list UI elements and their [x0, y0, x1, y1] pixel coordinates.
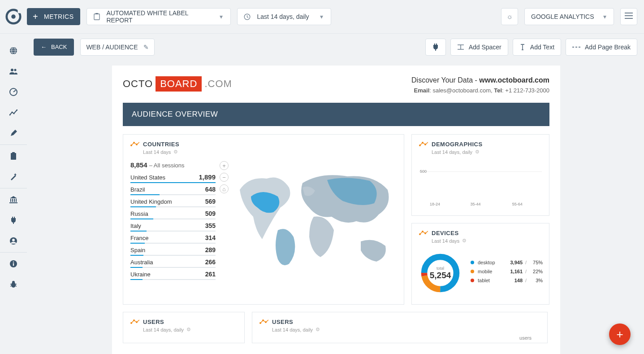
world-map[interactable]: [231, 161, 397, 281]
sidebar-item-people[interactable]: [0, 61, 27, 82]
report-name: AUTOMATED WHITE LABEL REPORT: [102, 9, 217, 24]
country-name: United States: [130, 174, 165, 181]
zoom-out-button[interactable]: −: [220, 173, 229, 182]
plug-icon: [432, 44, 439, 51]
card-period: Last 14 days⚙: [143, 149, 179, 155]
map-home-button[interactable]: ⌂: [220, 184, 229, 193]
users-legend-label: users: [519, 335, 532, 341]
add-page-break-label: Add Page Break: [585, 44, 631, 51]
country-name: Australia: [130, 259, 153, 266]
sidebar-item-plug[interactable]: [0, 210, 27, 231]
sidebar-separator: [0, 144, 27, 145]
card-period: Last 14 days⚙: [432, 238, 467, 244]
report-select[interactable]: AUTOMATED WHITE LABEL REPORT ▾: [86, 8, 231, 25]
device-legend-row: desktop3,945/75%: [471, 260, 543, 265]
gear-icon[interactable]: ⚙: [462, 238, 467, 244]
country-row[interactable]: Brazil648: [130, 186, 216, 195]
back-label: BACK: [51, 44, 67, 50]
devices-legend: desktop3,945/75%mobile1,161/22%tablet148…: [471, 260, 543, 287]
sidebar-item-globe[interactable]: [0, 40, 27, 61]
device-pct: 3%: [529, 278, 543, 283]
device-value: 148: [505, 278, 523, 283]
card-period: Last 14 days, daily⚙: [272, 327, 320, 332]
section-title: AUDIENCE OVERVIEW: [123, 103, 549, 126]
clock-icon: [242, 13, 253, 20]
svg-point-1: [11, 14, 16, 19]
devices-card[interactable]: DEVICES Last 14 days⚙: [411, 223, 549, 305]
add-spacer-button[interactable]: Add Spacer: [450, 39, 508, 56]
add-widget-fab[interactable]: +: [609, 323, 631, 345]
app-logo[interactable]: [0, 0, 27, 33]
menu-button[interactable]: [620, 8, 637, 25]
country-row[interactable]: France314: [130, 234, 216, 244]
top-bar: + METRICS AUTOMATED WHITE LABEL REPORT ▾…: [0, 0, 644, 33]
sidebar-item-line-chart[interactable]: [0, 102, 27, 123]
add-page-break-button[interactable]: Add Page Break: [566, 39, 637, 56]
sidebar-item-edit[interactable]: [0, 123, 27, 144]
sidebar-item-bank[interactable]: [0, 189, 27, 210]
metrics-button[interactable]: + METRICS: [27, 8, 80, 25]
gear-icon[interactable]: ⚙: [173, 149, 178, 155]
secondary-bar: ← BACK WEB / AUDIENCE ✎ Add Spacer Add T…: [27, 33, 644, 60]
country-value: 266: [205, 258, 216, 266]
demographics-card[interactable]: DEMOGRAPHICS Last 14 days, daily⚙ 500 18…: [411, 134, 549, 216]
metric-icon: [130, 142, 139, 148]
datasource-select[interactable]: GOOGLE ANALYTICS ▾: [524, 8, 614, 25]
device-legend-row: tablet148/3%: [471, 278, 543, 283]
theme-toggle-button[interactable]: ☼: [501, 8, 518, 25]
svg-rect-4: [95, 13, 98, 14]
add-text-button[interactable]: Add Text: [513, 39, 561, 56]
device-pct: 75%: [529, 260, 543, 265]
sidebar-item-report[interactable]: [0, 146, 27, 166]
card-period: Last 14 days, daily⚙: [143, 327, 191, 332]
report-meta: Discover Your Data - www.octoboard.com E…: [411, 76, 549, 94]
devices-donut: total 5,254: [419, 252, 462, 294]
country-value: 648: [205, 186, 216, 193]
countries-card[interactable]: COUNTRIES Last 14 days⚙ 8,854 – All sess…: [123, 134, 404, 305]
arrow-left-icon: ←: [41, 44, 47, 50]
spacer-icon: [457, 44, 464, 51]
country-row[interactable]: United States1,899: [130, 173, 216, 183]
users-card-2[interactable]: USERS Last 14 days, daily⚙: [252, 312, 548, 343]
sidebar-item-bug[interactable]: [0, 274, 27, 295]
sidebar-item-account[interactable]: [0, 231, 27, 251]
map-controls: + − ⌂: [217, 161, 231, 281]
users-card-1[interactable]: USERS Last 14 days, daily⚙: [123, 312, 245, 343]
sidebar-item-gauge[interactable]: [0, 82, 27, 102]
svg-rect-2: [18, 8, 22, 13]
metric-icon: [419, 231, 428, 237]
country-value: 1,899: [199, 173, 216, 181]
gear-icon[interactable]: ⚙: [475, 149, 480, 155]
sidebar-item-wand[interactable]: [0, 166, 27, 187]
card-period: Last 14 days, daily⚙: [432, 149, 483, 155]
gear-icon[interactable]: ⚙: [316, 327, 320, 332]
country-row[interactable]: Italy355: [130, 222, 216, 232]
gear-icon[interactable]: ⚙: [186, 327, 191, 332]
country-name: Brazil: [130, 186, 145, 193]
svg-point-9: [14, 69, 17, 71]
demographics-chart: 500 18-24 35-44 55-64: [419, 159, 542, 209]
legend-dot: [471, 261, 474, 264]
svg-rect-18: [12, 199, 13, 202]
legend-dot: [471, 270, 474, 273]
date-range-select[interactable]: Last 14 days, daily ▾: [237, 8, 331, 25]
country-name: United Kingdom: [130, 198, 172, 205]
card-title: USERS: [143, 319, 191, 325]
breadcrumb-editor[interactable]: WEB / AUDIENCE ✎: [80, 39, 154, 56]
country-row[interactable]: United Kingdom569: [130, 198, 216, 207]
country-row[interactable]: Spain289: [130, 246, 216, 256]
back-button[interactable]: ← BACK: [34, 39, 74, 56]
country-row[interactable]: Australia266: [130, 258, 216, 268]
text-icon: [519, 44, 526, 51]
device-value: 1,161: [505, 269, 523, 274]
svg-rect-21: [9, 202, 17, 203]
country-total: 8,854 – All sessions: [130, 161, 216, 169]
sidebar-item-info[interactable]: [0, 253, 27, 274]
zoom-in-button[interactable]: +: [220, 161, 229, 170]
connector-button[interactable]: [425, 39, 446, 56]
country-row[interactable]: Russia509: [130, 210, 216, 219]
svg-rect-3: [94, 14, 99, 20]
chevron-down-icon: ▾: [600, 13, 609, 20]
country-row[interactable]: Ukraine261: [130, 271, 216, 280]
svg-point-13: [13, 113, 15, 114]
